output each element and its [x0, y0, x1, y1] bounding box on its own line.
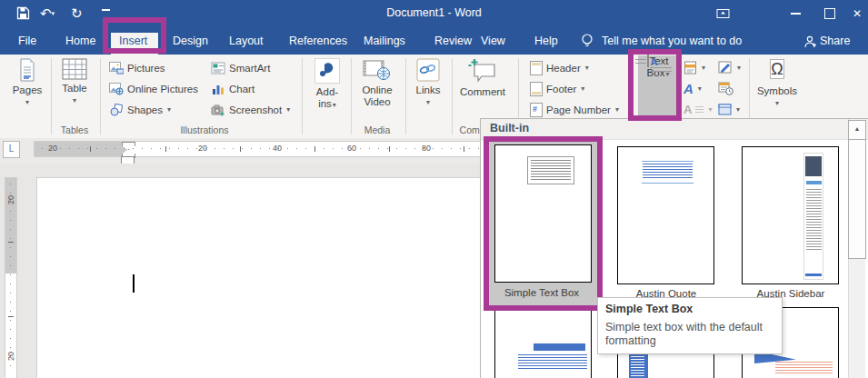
symbols-dropdown-arrow: ▾: [754, 97, 800, 109]
links-button[interactable]: Links ▾: [409, 56, 447, 108]
window-title: Document1 - Word: [0, 6, 868, 19]
austin-quote-thumbnail: [617, 146, 714, 284]
screenshot-dropdown-arrow: ▾: [286, 105, 290, 114]
online-video-icon: [363, 58, 392, 82]
gallery-item-label: Simple Text Box: [487, 287, 596, 298]
ribbon-display-options-button[interactable]: [709, 4, 736, 24]
h-ruler-number: 20: [198, 144, 207, 154]
quick-parts-button[interactable]: ▾: [683, 60, 705, 75]
table-icon: [62, 58, 87, 80]
page-number-button[interactable]: # Page Number▾: [530, 102, 619, 117]
h-ruler-number: 40: [273, 144, 282, 154]
tab-references[interactable]: References: [289, 33, 347, 49]
austin-sidebar-thumbnail: [742, 146, 839, 284]
lightbulb-icon: [580, 32, 594, 50]
text-cursor: [133, 274, 135, 293]
chart-button[interactable]: Chart: [211, 81, 254, 96]
drop-cap-dropdown-arrow: ▾: [708, 105, 712, 114]
quick-parts-dropdown-arrow: ▾: [702, 64, 705, 72]
vertical-ruler[interactable]: 20 20: [5, 177, 17, 378]
pictures-button[interactable]: Pictures: [109, 60, 165, 75]
pictures-icon: [109, 62, 124, 75]
shapes-icon: [109, 104, 124, 116]
footer-icon: [530, 82, 543, 96]
links-icon: [416, 58, 440, 82]
pages-button[interactable]: Pages ▾: [7, 56, 47, 108]
table-dropdown-arrow: ▾: [55, 94, 95, 106]
h-ruler-number: 20: [48, 144, 57, 154]
shapes-dropdown-arrow: ▾: [167, 105, 171, 114]
tab-design[interactable]: Design: [173, 33, 208, 49]
smartart-icon: [211, 62, 225, 75]
screenshot-button[interactable]: Screenshot▾: [211, 102, 290, 117]
gallery-item-banded-quote[interactable]: [494, 307, 592, 378]
tab-stop-selector[interactable]: L: [3, 141, 20, 158]
page-number-icon: #: [530, 103, 543, 117]
media-group-label: Media: [354, 124, 400, 135]
add-ins-dropdown-arrow: ▾: [333, 101, 336, 109]
smartart-button[interactable]: SmartArt: [211, 60, 270, 75]
maximize-button[interactable]: [816, 4, 843, 24]
tab-view[interactable]: View: [481, 33, 505, 49]
object-dropdown-arrow: ▾: [736, 105, 740, 114]
tab-home[interactable]: Home: [65, 33, 95, 49]
footer-button[interactable]: Footer▾: [530, 81, 584, 96]
share-icon: [803, 35, 818, 49]
tab-insert[interactable]: Insert: [119, 33, 147, 49]
header-button[interactable]: Header▾: [530, 60, 589, 75]
online-video-button[interactable]: OnlineVideo: [354, 56, 400, 108]
title-bar: ↶▾ ↻ ▾ Document1 - Word ✕: [0, 0, 868, 27]
chart-icon: [211, 83, 225, 95]
tab-layout[interactable]: Layout: [229, 33, 264, 49]
signature-line-button[interactable]: ▾: [718, 60, 741, 75]
tab-mailings[interactable]: Mailings: [364, 33, 405, 49]
v-ruler-number: 20: [5, 194, 16, 205]
table-button[interactable]: Table ▾: [55, 56, 95, 106]
screenshot-icon: [211, 104, 225, 116]
comment-icon: [467, 58, 498, 84]
comment-button[interactable]: Comment: [457, 56, 508, 98]
object-button[interactable]: ▾: [718, 102, 740, 117]
online-pictures-button[interactable]: Online Pictures: [109, 81, 198, 96]
text-box-button[interactable]: A Text Box▾: [638, 55, 678, 122]
v-ruler-number: 20: [5, 351, 16, 362]
share-button[interactable]: Share: [820, 33, 850, 49]
symbols-button[interactable]: Ω Symbols ▾: [754, 56, 800, 109]
gallery-scrollbar-thumb[interactable]: [848, 139, 866, 259]
online-pictures-icon: [109, 83, 124, 95]
close-button[interactable]: ✕: [843, 4, 868, 24]
footer-dropdown-arrow: ▾: [581, 85, 584, 93]
tables-group-label: Tables: [55, 124, 95, 135]
tab-file[interactable]: File: [18, 33, 36, 49]
drop-cap-button: A ▾: [683, 102, 712, 117]
gallery-item-simple-text-box[interactable]: Simple Text Box: [484, 136, 603, 311]
simple-text-box-thumbnail: [494, 144, 592, 283]
tooltip-body: Simple text box with the default formatt…: [605, 321, 774, 348]
object-icon: [718, 104, 732, 115]
wordart-dropdown-arrow: ▾: [698, 85, 702, 93]
shapes-button[interactable]: Shapes▾: [109, 102, 171, 117]
ribbon-tab-row: File Home Insert Design Layout Reference…: [0, 27, 868, 55]
header-icon: [530, 61, 543, 75]
links-dropdown-arrow: ▾: [409, 96, 447, 108]
tell-me-box[interactable]: Tell me what you want to do: [602, 33, 742, 49]
signature-line-dropdown-arrow: ▾: [737, 64, 741, 72]
gallery-scroll-up-button[interactable]: ▲: [848, 120, 866, 140]
wordart-button[interactable]: A ▾: [683, 81, 702, 96]
tab-help[interactable]: Help: [534, 33, 558, 49]
h-ruler-number: 60: [347, 144, 356, 154]
date-time-button[interactable]: [718, 81, 733, 96]
pages-icon: [18, 58, 36, 82]
add-ins-icon: [314, 58, 340, 84]
h-ruler-number: 80: [422, 144, 431, 154]
minimize-button[interactable]: [782, 4, 809, 24]
wordart-icon: A: [683, 81, 693, 96]
pages-dropdown-arrow: ▾: [7, 96, 47, 108]
add-ins-button[interactable]: Add- ins▾: [307, 56, 347, 111]
header-dropdown-arrow: ▾: [585, 64, 589, 72]
signature-line-icon: [718, 61, 733, 75]
gallery-tooltip: Simple Text Box Simple text box with the…: [597, 297, 783, 354]
drop-cap-icon: A: [683, 103, 692, 116]
omega-icon: Ω: [770, 59, 783, 79]
tab-review[interactable]: Review: [434, 33, 472, 49]
